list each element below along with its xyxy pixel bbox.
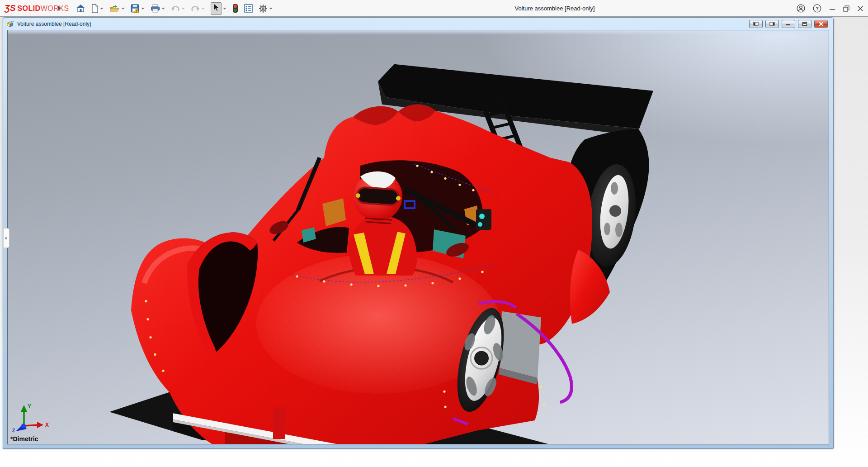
document-window-controls — [749, 20, 828, 28]
y-axis-arrow — [21, 405, 27, 412]
race-car-model[interactable] — [8, 30, 829, 444]
app-titlebar: ƷS SOLID WORKS — [0, 0, 868, 17]
home-icon — [76, 4, 85, 13]
doc-close-button[interactable] — [814, 20, 828, 28]
options-button[interactable] — [258, 3, 274, 14]
stoplight-icon — [232, 4, 238, 13]
undo-icon — [171, 5, 180, 12]
open-dropdown[interactable] — [121, 8, 125, 10]
home-button[interactable] — [75, 3, 86, 14]
doc-minimize-button[interactable] — [782, 20, 795, 28]
save-icon — [131, 4, 140, 13]
account-icon[interactable] — [797, 4, 805, 13]
minimize-icon[interactable] — [829, 5, 835, 12]
document-title: Voiture assomblee [Read-only] — [17, 21, 91, 27]
save-dropdown[interactable] — [141, 8, 145, 10]
doc-close-icon — [819, 22, 824, 26]
doc-restore-icon — [802, 22, 807, 26]
doc-minimize-icon — [786, 22, 791, 26]
options-dropdown[interactable] — [269, 8, 273, 10]
pane-left-icon — [753, 22, 759, 26]
new-document-dropdown[interactable] — [100, 8, 104, 10]
close-icon[interactable] — [857, 5, 863, 12]
open-button[interactable] — [108, 4, 126, 13]
app-window-title: Voiture assomblee [Read-only] — [480, 0, 629, 17]
print-icon — [151, 4, 160, 13]
y-axis-label: Y — [28, 403, 31, 410]
undo-button[interactable] — [170, 4, 186, 13]
pane-left-button[interactable] — [749, 20, 763, 28]
save-button[interactable] — [130, 3, 146, 14]
select-dropdown[interactable] — [223, 8, 226, 10]
pane-right-button[interactable] — [765, 20, 779, 28]
redo-icon — [191, 5, 200, 12]
new-document-button[interactable] — [90, 3, 104, 14]
new-document-icon — [91, 4, 99, 13]
helmet-visor — [357, 187, 399, 205]
z-axis-label: Z — [12, 428, 15, 433]
x-axis-arrow — [37, 422, 43, 428]
select-tool-active-box — [211, 2, 222, 15]
select-tool[interactable] — [210, 1, 227, 16]
window-controls: ? — [797, 0, 863, 17]
redo-button[interactable] — [190, 4, 206, 13]
pane-right-icon — [769, 22, 775, 26]
quick-access-toolbar — [75, 0, 274, 17]
redo-dropdown[interactable] — [201, 8, 205, 10]
svg-text:?: ? — [816, 6, 819, 11]
open-folder-icon — [109, 5, 120, 12]
gear-icon — [259, 4, 268, 13]
help-icon[interactable]: ? — [813, 4, 821, 13]
cursor-icon — [213, 4, 219, 12]
graphics-viewport[interactable]: Y X Z *Dimetric — [7, 30, 829, 444]
undo-dropdown[interactable] — [181, 8, 185, 10]
x-axis-label: X — [45, 422, 49, 428]
view-orientation-label: *Dimetric — [10, 435, 38, 443]
task-list-icon — [244, 4, 253, 13]
doc-restore-button[interactable] — [798, 20, 811, 28]
assembly-document-icon — [6, 20, 14, 28]
rebuild-button[interactable] — [231, 3, 239, 14]
print-button[interactable] — [150, 3, 166, 14]
document-window: Voiture assomblee [Read-only] — [3, 17, 834, 449]
task-pane-button[interactable] — [243, 3, 254, 14]
reference-triad: Y X Z — [11, 403, 53, 433]
ds-mark: ƷS — [5, 3, 16, 13]
print-dropdown[interactable] — [161, 8, 165, 10]
document-titlebar[interactable]: Voiture assomblee [Read-only] — [3, 18, 833, 30]
logo-flyout-arrow-icon[interactable] — [58, 5, 61, 11]
feature-tree-splitter-tab[interactable] — [4, 228, 9, 248]
restore-icon[interactable] — [843, 5, 849, 12]
